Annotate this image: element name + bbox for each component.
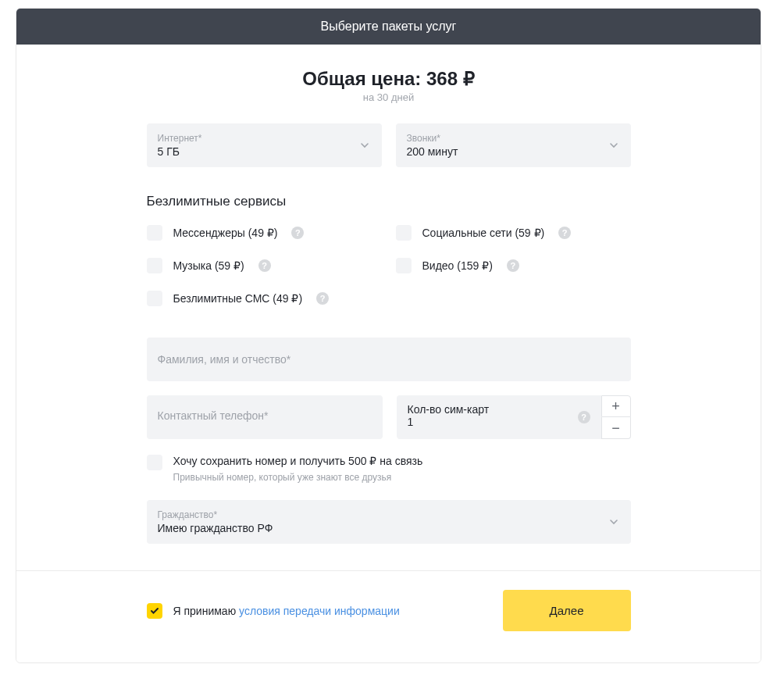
unlimited-options: Мессенджеры (49 ₽) ? Социальные сети (59… bbox=[147, 225, 631, 306]
panel-footer: Я принимаю условия передачи информации Д… bbox=[16, 570, 761, 662]
accept-text: Я принимаю условия передачи информации bbox=[173, 605, 400, 617]
form-content: Интернет* 5 ГБ Звонки* 200 минут Безлими… bbox=[147, 103, 631, 544]
sim-input[interactable]: Кол-во сим-карт 1 ? bbox=[397, 395, 601, 439]
option-music[interactable]: Музыка (59 ₽) ? bbox=[147, 258, 382, 273]
fullname-placeholder: Фамилия, имя и отчество* bbox=[158, 353, 620, 366]
internet-select[interactable]: Интернет* 5 ГБ bbox=[147, 123, 382, 167]
phone-input[interactable]: Контактный телефон* bbox=[147, 395, 383, 439]
keep-number-text: Хочу сохранить номер и получить 500 ₽ на… bbox=[173, 455, 423, 483]
option-label: Мессенджеры (49 ₽) bbox=[173, 227, 278, 239]
accept-terms[interactable]: Я принимаю условия передачи информации bbox=[147, 603, 400, 619]
citizenship-select[interactable]: Гражданство* Имею гражданство РФ bbox=[147, 500, 631, 544]
option-social[interactable]: Социальные сети (59 ₽) ? bbox=[396, 225, 631, 241]
option-sms[interactable]: Безлимитные СМС (49 ₽) ? bbox=[147, 291, 382, 306]
total-price: Общая цена: 368 ₽ bbox=[16, 68, 761, 90]
option-label: Музыка (59 ₽) bbox=[173, 259, 244, 272]
checkbox[interactable] bbox=[396, 225, 412, 241]
fullname-input[interactable]: Фамилия, имя и отчество* bbox=[147, 338, 631, 381]
unlimited-title: Безлимитные сервисы bbox=[147, 194, 631, 209]
panel-body: Общая цена: 368 ₽ на 30 дней Интернет* 5… bbox=[16, 45, 761, 662]
help-icon[interactable]: ? bbox=[258, 259, 271, 272]
calls-label: Звонки* bbox=[407, 133, 620, 144]
plus-icon: + bbox=[611, 399, 620, 413]
option-messengers[interactable]: Мессенджеры (49 ₽) ? bbox=[147, 225, 382, 241]
terms-link[interactable]: условия передачи информации bbox=[239, 605, 400, 617]
header-title: Выберите пакеты услуг bbox=[321, 20, 457, 33]
checkbox[interactable] bbox=[147, 225, 162, 241]
help-icon[interactable]: ? bbox=[578, 411, 590, 423]
service-packages-panel: Выберите пакеты услуг Общая цена: 368 ₽ … bbox=[16, 8, 761, 663]
sim-minus-button[interactable]: − bbox=[601, 417, 631, 439]
option-label: Социальные сети (59 ₽) bbox=[422, 227, 545, 239]
phone-placeholder: Контактный телефон* bbox=[158, 409, 269, 422]
internet-value: 5 ГБ bbox=[158, 145, 371, 158]
keep-number-label: Хочу сохранить номер и получить 500 ₽ на… bbox=[173, 455, 423, 467]
chevron-down-icon bbox=[360, 141, 369, 150]
calls-value: 200 минут bbox=[407, 145, 620, 158]
help-icon[interactable]: ? bbox=[507, 259, 519, 272]
chevron-down-icon bbox=[609, 517, 618, 527]
option-label: Видео (159 ₽) bbox=[422, 259, 493, 272]
internet-label: Интернет* bbox=[158, 133, 371, 144]
option-video[interactable]: Видео (159 ₽) ? bbox=[396, 258, 631, 273]
price-label: Общая цена: bbox=[302, 68, 426, 89]
panel-header: Выберите пакеты услуг bbox=[16, 9, 761, 45]
checkbox[interactable] bbox=[147, 455, 162, 470]
price-period: на 30 дней bbox=[16, 91, 761, 103]
package-selects-row: Интернет* 5 ГБ Звонки* 200 минут bbox=[147, 123, 631, 167]
price-amount: 368 ₽ bbox=[426, 68, 475, 89]
phone-sim-row: Контактный телефон* Кол-во сим-карт 1 ? … bbox=[147, 395, 631, 439]
accept-prefix: Я принимаю bbox=[173, 605, 240, 617]
minus-icon: − bbox=[611, 421, 620, 435]
calls-select[interactable]: Звонки* 200 минут bbox=[396, 123, 631, 167]
checkbox[interactable] bbox=[396, 258, 412, 273]
sim-label: Кол-во сим-карт bbox=[408, 403, 590, 416]
checkbox-checked[interactable] bbox=[147, 603, 162, 619]
citizenship-value: Имею гражданство РФ bbox=[158, 522, 620, 534]
help-icon[interactable]: ? bbox=[291, 227, 304, 239]
next-button[interactable]: Далее bbox=[503, 590, 631, 631]
help-icon[interactable]: ? bbox=[558, 227, 571, 239]
sim-stepper-buttons: + − bbox=[601, 395, 631, 439]
chevron-down-icon bbox=[609, 141, 618, 150]
help-icon[interactable]: ? bbox=[316, 292, 329, 305]
checkbox[interactable] bbox=[147, 258, 162, 273]
keep-number-option[interactable]: Хочу сохранить номер и получить 500 ₽ на… bbox=[147, 455, 631, 483]
citizenship-label: Гражданство* bbox=[158, 509, 620, 520]
sim-stepper: Кол-во сим-карт 1 ? + − bbox=[397, 395, 631, 439]
sim-plus-button[interactable]: + bbox=[601, 395, 631, 417]
sim-value: 1 bbox=[408, 416, 590, 428]
checkbox[interactable] bbox=[147, 291, 162, 306]
option-label: Безлимитные СМС (49 ₽) bbox=[173, 292, 303, 305]
footer-inner: Я принимаю условия передачи информации Д… bbox=[147, 590, 631, 631]
keep-number-sub: Привычный номер, который уже знают все д… bbox=[173, 472, 423, 483]
